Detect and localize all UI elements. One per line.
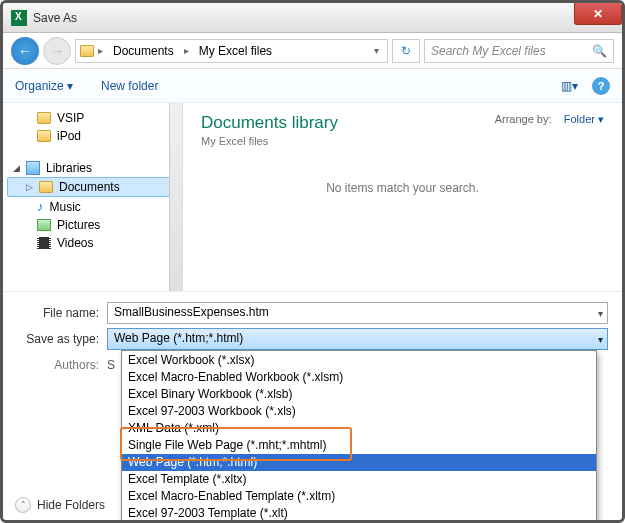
arrange-by-dropdown[interactable]: Folder ▾ (564, 113, 604, 125)
title-bar: Save As ✕ (3, 3, 622, 33)
help-button[interactable]: ? (592, 77, 610, 95)
file-type-option[interactable]: Single File Web Page (*.mht;*.mhtml) (122, 437, 596, 454)
tree-label: VSIP (57, 111, 84, 125)
arrange-by: Arrange by: Folder ▾ (495, 113, 604, 126)
file-type-option[interactable]: Web Page (*.htm;*.html) (122, 454, 596, 471)
arrow-right-icon: → (50, 43, 64, 59)
breadcrumb[interactable]: ▸ Documents ▸ My Excel files ▾ (75, 39, 388, 63)
file-type-option[interactable]: Excel 97-2003 Template (*.xlt) (122, 505, 596, 522)
organize-button[interactable]: Organize ▾ (15, 79, 73, 93)
close-button[interactable]: ✕ (574, 3, 622, 25)
chevron-right-icon: ▸ (98, 45, 103, 56)
tree-label: Music (50, 200, 81, 214)
tree-item-videos[interactable]: Videos (7, 234, 178, 252)
save-as-type-dropdown[interactable]: Web Page (*.htm;*.html) ▾ (107, 328, 608, 350)
tree-item-pictures[interactable]: Pictures (7, 216, 178, 234)
music-icon: ♪ (37, 199, 44, 214)
tree-item-documents[interactable]: ▷ Documents (7, 177, 178, 197)
chevron-up-icon: ˄ (15, 497, 31, 513)
close-icon: ✕ (593, 7, 603, 21)
tree-item-libraries[interactable]: ◢ Libraries (7, 159, 178, 177)
folder-tree[interactable]: VSIP iPod ◢ Libraries ▷ Documents ♪ Musi… (3, 103, 183, 291)
pictures-icon (37, 219, 51, 231)
search-placeholder: Search My Excel files (431, 44, 546, 58)
chevron-down-icon[interactable]: ▾ (598, 308, 603, 319)
tree-label: iPod (57, 129, 81, 143)
libraries-icon (26, 161, 40, 175)
form-area: File name: SmallBusinessExpenses.htm ▾ S… (3, 291, 622, 523)
file-type-option[interactable]: XML Data (*.xml) (122, 420, 596, 437)
filename-label: File name: (17, 306, 107, 320)
tree-item-vsip[interactable]: VSIP (7, 109, 178, 127)
chevron-down-icon[interactable]: ▾ (598, 334, 603, 345)
filename-value: SmallBusinessExpenses.htm (114, 305, 269, 319)
save-as-type-label: Save as type: (17, 332, 107, 346)
library-title: Documents library (201, 113, 338, 133)
toolbar: Organize ▾ New folder ▥▾ ? (3, 69, 622, 103)
nav-bar: ← → ▸ Documents ▸ My Excel files ▾ ↻ Sea… (3, 33, 622, 69)
folder-icon (80, 45, 94, 57)
authors-value[interactable]: S (107, 358, 115, 372)
body: VSIP iPod ◢ Libraries ▷ Documents ♪ Musi… (3, 103, 622, 291)
search-input[interactable]: Search My Excel files 🔍 (424, 39, 614, 63)
refresh-icon: ↻ (401, 44, 411, 58)
hide-folders-label: Hide Folders (37, 498, 105, 512)
hide-folders-button[interactable]: ˄ Hide Folders (15, 497, 105, 513)
filename-input[interactable]: SmallBusinessExpenses.htm ▾ (107, 302, 608, 324)
library-subtitle: My Excel files (201, 135, 338, 147)
file-type-option[interactable]: Excel Template (*.xltx) (122, 471, 596, 488)
tree-label: Videos (57, 236, 93, 250)
tree-item-music[interactable]: ♪ Music (7, 197, 178, 216)
breadcrumb-seg-documents[interactable]: Documents (107, 42, 180, 60)
tree-label: Pictures (57, 218, 100, 232)
documents-icon (39, 181, 53, 193)
excel-icon (11, 10, 27, 26)
file-type-option[interactable]: Excel 97-2003 Workbook (*.xls) (122, 403, 596, 420)
arrow-left-icon: ← (18, 43, 32, 59)
file-type-dropdown-list[interactable]: Excel Workbook (*.xlsx)Excel Macro-Enabl… (121, 350, 597, 523)
expand-icon[interactable]: ▷ (26, 182, 33, 192)
empty-message: No items match your search. (201, 181, 604, 195)
refresh-button[interactable]: ↻ (392, 39, 420, 63)
file-type-option[interactable]: Excel Workbook (*.xlsx) (122, 352, 596, 369)
collapse-icon[interactable]: ◢ (13, 163, 20, 173)
main-pane: Documents library My Excel files Arrange… (183, 103, 622, 291)
file-type-option[interactable]: Excel Macro-Enabled Template (*.xltm) (122, 488, 596, 505)
tree-label: Libraries (46, 161, 92, 175)
file-type-option[interactable]: Excel Macro-Enabled Workbook (*.xlsm) (122, 369, 596, 386)
breadcrumb-seg-folder[interactable]: My Excel files (193, 42, 278, 60)
folder-icon (37, 130, 51, 142)
tree-item-ipod[interactable]: iPod (7, 127, 178, 145)
tree-label: Documents (59, 180, 120, 194)
type-value: Web Page (*.htm;*.html) (114, 331, 243, 345)
authors-label: Authors: (17, 358, 107, 372)
chevron-right-icon: ▸ (184, 45, 189, 56)
chevron-down-icon[interactable]: ▾ (374, 45, 383, 56)
back-button[interactable]: ← (11, 37, 39, 65)
file-type-option[interactable]: Excel Binary Workbook (*.xlsb) (122, 386, 596, 403)
new-folder-button[interactable]: New folder (101, 79, 158, 93)
window-title: Save As (33, 11, 77, 25)
videos-icon (37, 237, 51, 249)
search-icon: 🔍 (592, 44, 607, 58)
view-button[interactable]: ▥▾ (561, 79, 578, 93)
folder-icon (37, 112, 51, 124)
forward-button[interactable]: → (43, 37, 71, 65)
